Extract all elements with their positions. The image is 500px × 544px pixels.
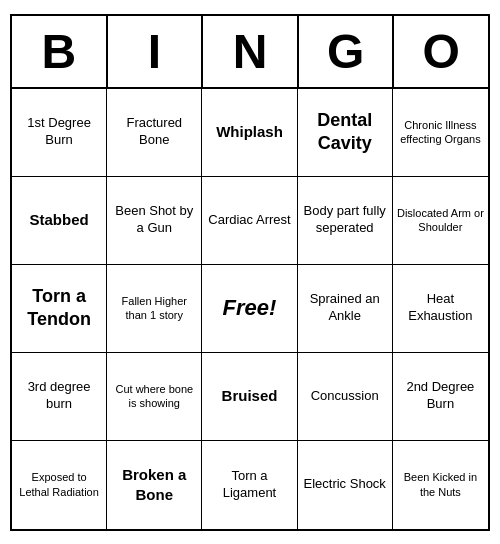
header-letter-O: O [394,16,488,87]
header-letter-B: B [12,16,108,87]
bingo-grid: 1st Degree BurnFractured BoneWhiplashDen… [12,89,488,529]
bingo-cell-9[interactable]: Dislocated Arm or Shoulder [393,177,488,265]
bingo-cell-4[interactable]: Chronic Illness effecting Organs [393,89,488,177]
bingo-cell-6[interactable]: Been Shot by a Gun [107,177,202,265]
bingo-cell-15[interactable]: 3rd degree burn [12,353,107,441]
bingo-cell-13[interactable]: Sprained an Ankle [298,265,393,353]
bingo-cell-14[interactable]: Heat Exhaustion [393,265,488,353]
bingo-cell-16[interactable]: Cut where bone is showing [107,353,202,441]
bingo-cell-24[interactable]: Been Kicked in the Nuts [393,441,488,529]
header-letter-G: G [299,16,395,87]
bingo-cell-21[interactable]: Broken a Bone [107,441,202,529]
bingo-cell-17[interactable]: Bruised [202,353,297,441]
bingo-header: BINGO [12,16,488,89]
bingo-cell-2[interactable]: Whiplash [202,89,297,177]
bingo-cell-7[interactable]: Cardiac Arrest [202,177,297,265]
bingo-cell-19[interactable]: 2nd Degree Burn [393,353,488,441]
bingo-cell-18[interactable]: Concussion [298,353,393,441]
header-letter-I: I [108,16,204,87]
bingo-cell-1[interactable]: Fractured Bone [107,89,202,177]
bingo-cell-10[interactable]: Torn a Tendon [12,265,107,353]
bingo-cell-3[interactable]: Dental Cavity [298,89,393,177]
bingo-cell-12[interactable]: Free! [202,265,297,353]
bingo-card: BINGO 1st Degree BurnFractured BoneWhipl… [10,14,490,531]
bingo-cell-5[interactable]: Stabbed [12,177,107,265]
bingo-cell-20[interactable]: Exposed to Lethal Radiation [12,441,107,529]
bingo-cell-0[interactable]: 1st Degree Burn [12,89,107,177]
bingo-cell-8[interactable]: Body part fully seperated [298,177,393,265]
bingo-cell-22[interactable]: Torn a Ligament [202,441,297,529]
bingo-cell-23[interactable]: Electric Shock [298,441,393,529]
header-letter-N: N [203,16,299,87]
bingo-cell-11[interactable]: Fallen Higher than 1 story [107,265,202,353]
